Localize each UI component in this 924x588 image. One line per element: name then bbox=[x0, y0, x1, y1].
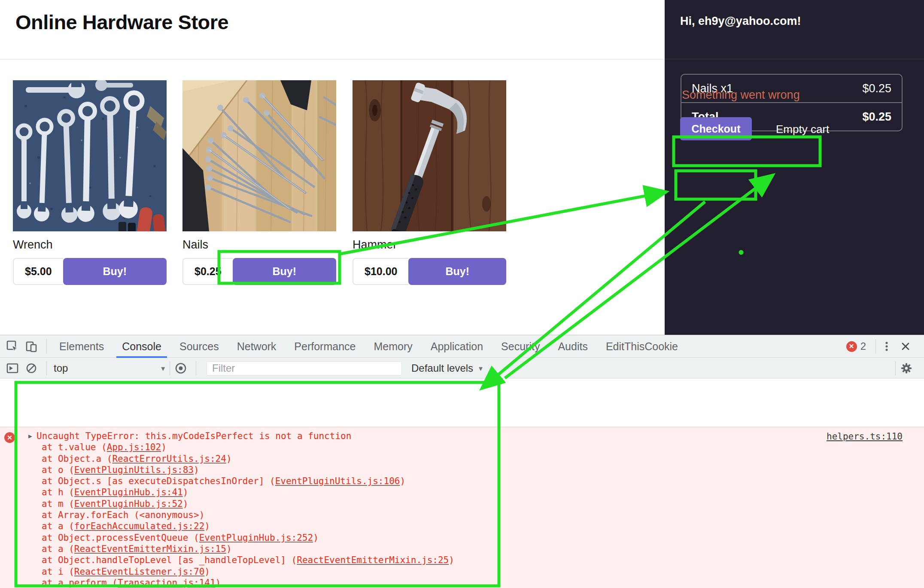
stack-frame-text: at h ( bbox=[42, 487, 74, 497]
stack-frame-text: ) bbox=[204, 521, 210, 531]
devtools-tab[interactable]: Elements bbox=[50, 335, 113, 358]
devtools-tabs: ElementsConsoleSourcesNetworkPerformance… bbox=[50, 335, 687, 358]
chevron-down-icon: ▼ bbox=[160, 365, 166, 372]
stack-frame-text: ) bbox=[183, 487, 188, 497]
devtools-tab[interactable]: Application bbox=[422, 335, 492, 358]
product-name: Hammer bbox=[353, 238, 506, 253]
page-title: Online Hardware Store bbox=[15, 10, 228, 34]
console-messages-area: ✕ helpers.ts:110 ▶Uncaught TypeError: th… bbox=[0, 379, 924, 588]
stack-frame-line: at a.perform (Transaction.js:141) bbox=[42, 577, 454, 588]
devtools-tab[interactable]: Security bbox=[492, 335, 549, 358]
stack-frame-line: at h (EventPluginHub.js:41) bbox=[42, 487, 454, 498]
product-buy-row: $10.00 Buy! bbox=[353, 258, 506, 285]
devtools-panel: ElementsConsoleSourcesNetworkPerformance… bbox=[0, 335, 924, 588]
stack-frame-source-link[interactable]: App.js:102 bbox=[107, 442, 161, 452]
stack-frame-text: at Object.a ( bbox=[42, 454, 112, 464]
device-toolbar-icon[interactable] bbox=[24, 339, 39, 354]
devtools-tab[interactable]: Console bbox=[113, 335, 170, 358]
stack-frame-text: ) bbox=[400, 476, 405, 486]
stack-frame-source-link[interactable]: EventPluginHub.js:41 bbox=[74, 487, 183, 497]
product-name: Nails bbox=[182, 238, 336, 253]
devtools-tab[interactable]: EditThisCookie bbox=[597, 335, 687, 358]
error-source-link[interactable]: helpers.ts:110 bbox=[827, 431, 903, 442]
checkout-button[interactable]: Checkout bbox=[680, 117, 752, 140]
error-text: ▶Uncaught TypeError: this.myCodeIsPerfec… bbox=[28, 430, 454, 588]
stack-frame-text: ) bbox=[204, 567, 210, 577]
product-buy-row: $5.00 Buy! bbox=[13, 258, 167, 285]
product-price: $10.00 bbox=[353, 258, 408, 285]
header-divider bbox=[0, 59, 665, 60]
toolbar-separator bbox=[196, 361, 196, 376]
devtools-tab[interactable]: Performance bbox=[285, 335, 365, 358]
toolbar-separator bbox=[895, 361, 896, 376]
stack-frame-line: at t.value (App.js:102) bbox=[42, 442, 454, 453]
cart-item-amount: $0.25 bbox=[862, 82, 891, 95]
clear-console-icon[interactable] bbox=[24, 361, 39, 376]
stack-frame-text: at Object.processEventQueue ( bbox=[42, 533, 199, 543]
error-count: 2 bbox=[860, 340, 866, 352]
error-level-icon: ✕ bbox=[4, 432, 15, 443]
buy-button-hammer[interactable]: Buy! bbox=[408, 258, 506, 285]
stack-frame-text: at a ( bbox=[42, 521, 74, 531]
settings-gear-icon[interactable] bbox=[899, 361, 914, 376]
page: { "store": { "title": "Online Hardware S… bbox=[0, 0, 924, 588]
stack-frame-text: ) bbox=[226, 454, 232, 464]
stack-frame-line: at a (forEachAccumulated.js:22) bbox=[42, 521, 454, 532]
stack-frame-source-link[interactable]: EventPluginUtils.js:83 bbox=[74, 465, 194, 475]
filter-input[interactable] bbox=[207, 361, 402, 376]
cart-total-amount: $0.25 bbox=[862, 110, 891, 124]
stack-frame-source-link[interactable]: EventPluginHub.js:52 bbox=[74, 499, 183, 509]
console-toolbar: top ▼ Default levels ▼ bbox=[0, 358, 924, 379]
stack-frame-text: ) bbox=[216, 578, 221, 588]
inspect-element-icon[interactable] bbox=[5, 339, 20, 354]
stack-frame-line: at a (ReactEventEmitterMixin.js:15) bbox=[42, 543, 454, 555]
devtools-tab-bar: ElementsConsoleSourcesNetworkPerformance… bbox=[0, 335, 924, 358]
execution-context-value: top bbox=[54, 362, 68, 374]
stack-frame-source-link[interactable]: ReactEventEmitterMixin.js:25 bbox=[297, 555, 449, 565]
product-image-nails bbox=[182, 80, 336, 231]
disclosure-triangle-icon[interactable]: ▶ bbox=[28, 432, 32, 440]
kebab-menu-icon[interactable] bbox=[879, 339, 894, 354]
stack-frame-source-link[interactable]: ReactErrorUtils.js:24 bbox=[112, 454, 226, 464]
stack-frame-line: at Array.forEach (<anonymous>) bbox=[42, 509, 454, 521]
empty-cart-button[interactable]: Empty cart bbox=[776, 123, 829, 136]
error-count-badge-icon[interactable]: ✕ bbox=[846, 341, 857, 352]
stack-frame-text: at t.value ( bbox=[42, 442, 107, 452]
product-image-hammer bbox=[353, 80, 506, 231]
log-levels-dropdown[interactable]: Default levels ▼ bbox=[411, 362, 484, 374]
stack-frame-source-link[interactable]: Transaction.js:141 bbox=[118, 578, 216, 588]
stack-frame-source-link[interactable]: EventPluginUtils.js:106 bbox=[275, 476, 400, 486]
stack-frame-text: ) bbox=[449, 555, 454, 565]
toolbar-separator bbox=[46, 361, 47, 376]
stack-frame-source-link[interactable]: ReactEventEmitterMixin.js:15 bbox=[74, 544, 226, 554]
stack-frame-line: at Object.handleTopLevel [as _handleTopL… bbox=[42, 555, 454, 566]
devtools-tab[interactable]: Memory bbox=[365, 335, 421, 358]
devtools-tab[interactable]: Sources bbox=[170, 335, 228, 358]
stack-frame-text: at m ( bbox=[42, 499, 74, 509]
stack-frame-text: ) bbox=[161, 442, 167, 452]
product-image-wrench bbox=[13, 80, 167, 231]
product-card-wrench: Wrench $5.00 Buy! bbox=[13, 80, 167, 285]
stack-frame-text: at Object.s [as executeDispatchesInOrder… bbox=[42, 476, 275, 486]
toolbar-separator bbox=[875, 339, 876, 354]
stack-frame-line: at Object.s [as executeDispatchesInOrder… bbox=[42, 476, 454, 487]
stack-frame-line: at i (ReactEventListener.js:70) bbox=[42, 566, 454, 577]
close-devtools-icon[interactable] bbox=[898, 339, 913, 354]
error-message-line[interactable]: ▶Uncaught TypeError: this.myCodeIsPerfec… bbox=[28, 430, 454, 442]
chevron-down-icon: ▼ bbox=[477, 365, 484, 372]
buy-button-nails[interactable]: Buy! bbox=[233, 258, 336, 285]
stack-frame-text: at a ( bbox=[42, 544, 74, 554]
stack-frame-line: at m (EventPluginHub.js:52) bbox=[42, 498, 454, 509]
devtools-tab[interactable]: Network bbox=[228, 335, 286, 358]
stack-frame-text: ) bbox=[183, 499, 188, 509]
live-expression-eye-icon[interactable] bbox=[173, 361, 188, 376]
stack-frame-source-link[interactable]: forEachAccumulated.js:22 bbox=[74, 521, 204, 531]
stack-frame-source-link[interactable]: ReactEventListener.js:70 bbox=[74, 567, 204, 577]
stack-frame-source-link[interactable]: EventPluginHub.js:252 bbox=[199, 533, 313, 543]
execution-context-selector[interactable]: top ▼ bbox=[50, 362, 166, 374]
stack-frame-line: at o (EventPluginUtils.js:83) bbox=[42, 464, 454, 476]
devtools-tab[interactable]: Audits bbox=[549, 335, 596, 358]
buy-button-wrench[interactable]: Buy! bbox=[63, 258, 167, 285]
console-sidebar-toggle-icon[interactable] bbox=[5, 361, 20, 376]
product-name: Wrench bbox=[13, 238, 167, 253]
